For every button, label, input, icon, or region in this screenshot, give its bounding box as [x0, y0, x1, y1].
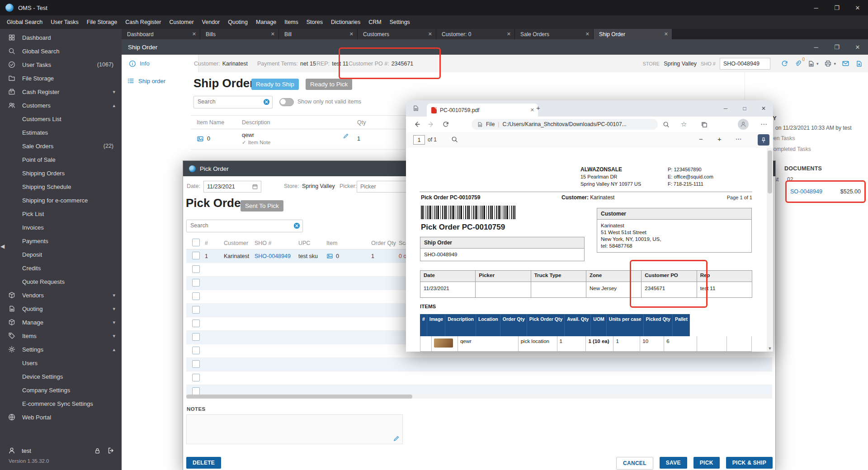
ship-order-restore-button[interactable]: ❐ — [826, 39, 847, 55]
search-clear-icon[interactable] — [263, 99, 270, 105]
edit-pencil-icon[interactable] — [393, 435, 400, 442]
pdf-more-icon[interactable]: ⋯ — [736, 135, 742, 142]
scroll-down-icon[interactable]: ▼ — [767, 346, 773, 351]
tab-close-icon[interactable]: ✕ — [507, 31, 511, 37]
menu-item[interactable]: Global Search — [3, 17, 47, 28]
sidebar-item[interactable]: Global Search — [0, 44, 122, 58]
ship-order-search-input[interactable] — [194, 96, 266, 107]
sidebar-item[interactable]: Cash Register ▾ — [0, 85, 122, 99]
pin-toolbar-icon[interactable] — [758, 134, 769, 146]
profile-avatar[interactable] — [738, 117, 749, 132]
email-icon[interactable] — [842, 60, 849, 67]
sidebar-item[interactable]: Pick List — [0, 207, 122, 221]
calendar-icon[interactable] — [252, 183, 258, 190]
sidebar-item[interactable]: Manage ▾ — [0, 315, 122, 329]
sidebar-item[interactable]: Deposit — [0, 248, 122, 261]
sidebar-item[interactable]: Customers ▴ — [0, 99, 122, 112]
menu-item[interactable]: File Storage — [83, 17, 121, 28]
pick-button[interactable]: PICK — [693, 457, 720, 469]
cancel-button[interactable]: CANCEL — [616, 457, 653, 470]
menu-item[interactable]: Items — [280, 17, 302, 28]
menu-item[interactable]: Stores — [302, 17, 327, 28]
document-link[interactable]: SO-0048949 — [790, 188, 822, 195]
sidebar-item[interactable]: Shipping Orders — [0, 166, 122, 180]
sidebar-item[interactable]: Users — [0, 356, 122, 370]
menu-item[interactable]: Vendor — [198, 17, 224, 28]
sidebar-item[interactable]: Device Settings — [0, 370, 122, 383]
page-info-icon[interactable] — [477, 122, 483, 127]
menu-item[interactable]: Settings — [386, 17, 414, 28]
document-tab[interactable]: Bill ✕ — [279, 29, 358, 39]
scrollbar-thumb[interactable] — [768, 150, 772, 193]
document-tab[interactable]: Bills ✕ — [200, 29, 279, 39]
date-input[interactable] — [204, 182, 252, 192]
pick-order-empty-row[interactable] — [186, 371, 772, 385]
minimize-button[interactable]: ─ — [806, 0, 826, 15]
new-tab-button[interactable]: + — [536, 104, 540, 111]
ship-order-close-button[interactable]: ✕ — [847, 39, 868, 55]
menu-item[interactable]: Customer — [165, 17, 198, 28]
completed-tasks-label[interactable]: Completed Tasks — [769, 146, 811, 152]
edit-pencil-icon[interactable] — [343, 133, 349, 139]
tab-close-icon[interactable]: ✕ — [585, 31, 590, 37]
menu-item[interactable]: Manage — [252, 17, 280, 28]
notes-dropdown-icon[interactable] — [807, 60, 815, 67]
search-clear-icon[interactable] — [293, 222, 300, 229]
pick-order-search-input[interactable] — [187, 220, 296, 231]
not-valid-items-toggle[interactable] — [279, 98, 294, 106]
delete-button[interactable]: DELETE — [186, 457, 221, 469]
row-checkbox[interactable] — [192, 360, 200, 368]
zoom-out-icon[interactable]: − — [699, 135, 703, 143]
sidebar-item[interactable]: E-commerce Sync Settings — [0, 397, 122, 410]
attachments-icon[interactable]: 0 — [794, 60, 802, 67]
back-icon[interactable] — [413, 121, 420, 128]
maximize-button[interactable]: ❐ — [826, 0, 847, 15]
sidebar-item[interactable]: User Tasks (1067) — [0, 58, 122, 71]
row-checkbox[interactable] — [192, 347, 200, 354]
export-icon[interactable] — [855, 60, 863, 67]
sidebar-item[interactable]: Web Portal — [0, 410, 122, 424]
lock-icon[interactable] — [94, 447, 101, 454]
horizontal-scrollbar[interactable] — [186, 395, 772, 399]
browser-minimize-button[interactable]: ─ — [716, 100, 735, 117]
ship-order-minimize-button[interactable]: ─ — [806, 39, 826, 55]
sidebar-item[interactable]: Shipping Schedule — [0, 180, 122, 193]
address-input[interactable]: File | C:/Users/Karina_Shchitova/Downloa… — [472, 119, 658, 130]
menu-item[interactable]: User Tasks — [47, 17, 83, 28]
tab-close-icon[interactable]: ✕ — [349, 31, 354, 37]
row-sho-link[interactable]: SHO-0048949 — [255, 253, 298, 259]
row-checkbox[interactable] — [192, 333, 200, 341]
sidebar-item[interactable]: Invoices — [0, 221, 122, 234]
document-tab[interactable]: Customer: 0 ✕ — [436, 29, 515, 39]
browser-tab-close-icon[interactable]: ✕ — [530, 107, 534, 113]
pdf-page-input[interactable] — [413, 135, 425, 145]
sidebar-item[interactable]: Quoting ▾ — [0, 302, 122, 315]
save-button[interactable]: SAVE — [660, 457, 687, 469]
tab-close-icon[interactable]: ✕ — [428, 31, 432, 37]
zoom-in-icon[interactable]: + — [717, 135, 722, 143]
browser-tab[interactable]: PC-0010759.pdf ✕ — [427, 103, 538, 117]
row-checkbox[interactable] — [192, 265, 200, 273]
document-tab[interactable]: Ship Order ✕ — [594, 29, 672, 39]
sidebar-item[interactable]: Settings ▴ — [0, 343, 122, 356]
browser-maximize-button[interactable]: □ — [735, 100, 754, 117]
browser-menu-icon[interactable]: ⋯ — [760, 117, 767, 132]
row-checkbox[interactable] — [192, 320, 200, 327]
sidebar-collapse-arrow[interactable]: ◀ — [0, 243, 5, 249]
document-tab[interactable]: Customers ✕ — [358, 29, 436, 39]
forward-icon[interactable] — [428, 121, 435, 128]
sidebar-item[interactable]: Credits — [0, 261, 122, 275]
menu-item[interactable]: Dictionaries — [327, 17, 364, 28]
menu-item[interactable]: Cash Register — [121, 17, 165, 28]
sidebar-item[interactable]: Customers List — [0, 112, 122, 126]
status-badge-ready-to-ship[interactable]: Ready to Ship — [251, 79, 299, 90]
sidebar-item[interactable]: Point of Sale — [0, 153, 122, 166]
row-checkbox[interactable] — [192, 279, 200, 287]
row-checkbox[interactable] — [192, 387, 200, 395]
collections-icon[interactable] — [701, 117, 708, 132]
tab-close-icon[interactable]: ✕ — [664, 31, 668, 37]
sidebar-item[interactable]: Dashboard — [0, 31, 122, 44]
notes-textarea[interactable] — [186, 414, 403, 444]
zoom-icon[interactable] — [663, 117, 670, 132]
row-checkbox[interactable] — [192, 252, 200, 259]
